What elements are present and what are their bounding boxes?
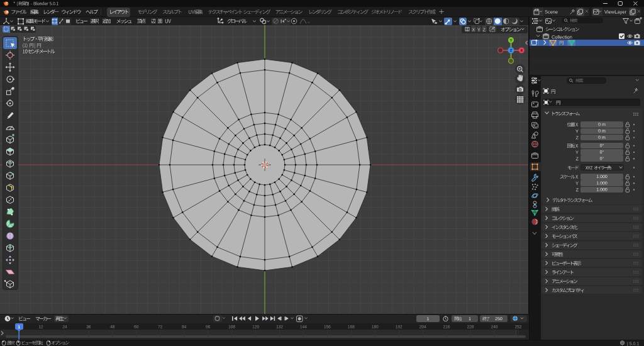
svg-text:X: X: [520, 48, 523, 52]
svg-text:Z: Z: [510, 48, 513, 52]
svg-text:Y: Y: [509, 38, 512, 42]
